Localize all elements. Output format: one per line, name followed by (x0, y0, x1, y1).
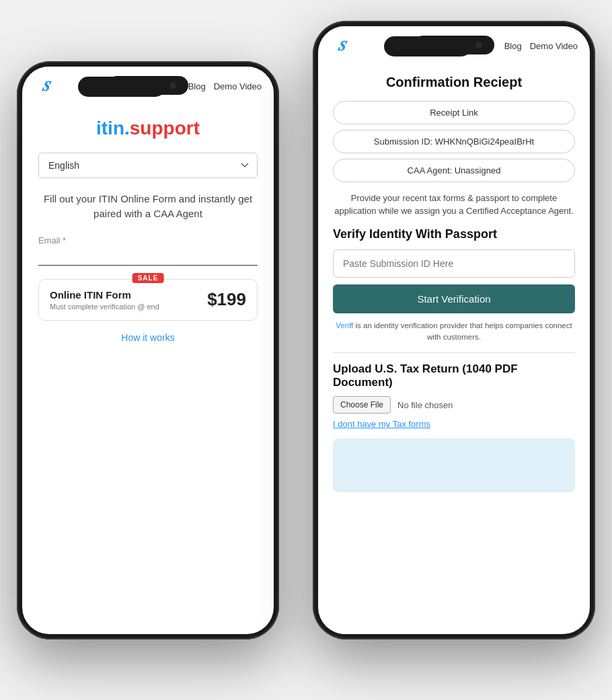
caa-agent-pill: CAA Agent: Unassigned (333, 159, 575, 182)
blue-upload-box (333, 438, 575, 492)
brand-title: itin.support (38, 118, 258, 139)
product-name: Online ITIN Form (50, 289, 159, 301)
phone-1-notch (108, 76, 188, 95)
phone-2-blog-link[interactable]: Blog (504, 41, 522, 51)
phone-2-notch (414, 36, 494, 54)
section-description: Provide your recent tax forms & passport… (333, 192, 575, 218)
product-subtitle: Must complete verification @ end (50, 303, 159, 311)
product-price: $199 (207, 289, 246, 310)
phone-1-demo-link[interactable]: Demo Video (214, 81, 262, 91)
choose-file-button[interactable]: Choose File (333, 396, 391, 414)
sale-badge: SALE (132, 273, 164, 283)
brand-support: support (130, 118, 200, 139)
product-card: SALE Online ITIN Form Must complete veri… (38, 279, 258, 321)
confirmation-title: Confirmation Reciept (333, 75, 575, 90)
brand-itin: itin (96, 118, 124, 139)
no-tax-link[interactable]: I dont have my Tax forms (333, 419, 575, 429)
veriff-note: Veriff is an identity verification provi… (333, 320, 575, 344)
verify-section-title: Verify Identity With Passport (333, 227, 575, 241)
receipt-link-pill[interactable]: Receipt Link (333, 101, 575, 124)
start-verification-button[interactable]: Start Verification (333, 284, 575, 313)
no-file-text: No file chosen (397, 400, 453, 410)
phone-2-logo: 𝑺 (330, 36, 352, 57)
how-it-works-link[interactable]: How it works (121, 332, 174, 343)
brand-dot: . (124, 118, 130, 139)
section-divider (333, 352, 575, 353)
upload-section: Upload U.S. Tax Return (1040 PDF Documen… (333, 362, 575, 492)
veriff-note-text: is an identity verification provider tha… (353, 321, 572, 341)
upload-title: Upload U.S. Tax Return (1040 PDF Documen… (333, 362, 575, 389)
file-upload-row: Choose File No file chosen (333, 396, 575, 414)
tagline-text: Fill out your ITIN Online Form and insta… (38, 192, 258, 222)
phone-2-content: Confirmation Reciept Receipt Link Submis… (318, 64, 590, 504)
phone-1-blog-link[interactable]: Blog (188, 81, 206, 91)
phone-2-demo-link[interactable]: Demo Video (530, 41, 578, 51)
language-select[interactable]: English Spanish French German (38, 153, 258, 178)
email-input[interactable] (38, 250, 258, 266)
veriff-link[interactable]: Veriff (336, 321, 353, 329)
phone-1-nav-links: Blog Demo Video (188, 81, 262, 91)
phone-1-logo: 𝑺 (34, 76, 56, 98)
phone-1: 𝑺 Blog Demo Video itin.support English S… (17, 61, 279, 639)
phone-2-nav-links: Blog Demo Video (504, 41, 578, 51)
phone-2: 𝑺 Blog Demo Video Confirmation Reciept R… (313, 21, 595, 639)
email-label: Email * (38, 235, 258, 245)
passport-section: Provide your recent tax forms & passport… (333, 192, 575, 344)
submission-id-pill: Submission ID: WHKNnQBiGi24peaIBrHt (333, 130, 575, 153)
phone-1-content: itin.support English Spanish French Germ… (22, 104, 274, 357)
submission-id-input[interactable] (333, 249, 575, 278)
